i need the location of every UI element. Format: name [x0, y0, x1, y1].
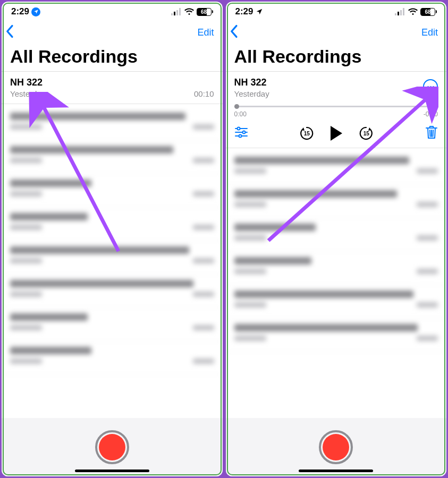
svg-rect-6 — [398, 12, 399, 15]
page-title: All Recordings — [2, 43, 223, 71]
wifi-icon — [408, 8, 418, 15]
svg-line-15 — [430, 130, 430, 136]
svg-rect-0 — [171, 13, 173, 15]
svg-point-10 — [237, 127, 240, 130]
recording-date: Yesterday — [234, 89, 269, 98]
svg-rect-7 — [400, 10, 402, 15]
elapsed-time: 0:00 — [234, 110, 247, 118]
location-icon — [31, 7, 40, 16]
wifi-icon — [184, 8, 194, 15]
playback-options-button[interactable] — [234, 126, 248, 140]
skip-forward-button[interactable]: 15 — [358, 125, 374, 141]
record-bar — [2, 418, 223, 476]
svg-rect-1 — [174, 12, 175, 15]
delete-button[interactable] — [425, 125, 438, 141]
record-bar — [226, 418, 447, 476]
svg-point-12 — [242, 131, 245, 134]
svg-line-17 — [433, 130, 434, 136]
status-time: 2:29 — [235, 6, 253, 17]
recording-expanded: NH 322 Yesterday 0:00 -0:10 — [226, 72, 447, 148]
phone-screenshot-left: 2:29 68 Edit All Reco — [2, 2, 223, 476]
recording-title: NH 322 — [234, 77, 269, 88]
recording-title: NH 322 — [10, 77, 214, 88]
nav-bar: Edit — [226, 22, 447, 43]
status-time: 2:29 — [11, 6, 29, 17]
location-icon — [256, 8, 263, 15]
cellular-icon — [171, 8, 182, 15]
nav-bar: Edit — [2, 22, 223, 43]
remaining-time: -0:10 — [424, 110, 438, 118]
svg-rect-3 — [179, 8, 181, 15]
svg-point-14 — [239, 135, 241, 138]
playback-scrubber[interactable]: 0:00 -0:10 — [234, 106, 438, 118]
recordings-list-blurred — [2, 104, 223, 418]
battery-icon: 68 — [420, 8, 437, 16]
back-button[interactable] — [5, 24, 15, 40]
cellular-icon — [395, 8, 405, 15]
svg-rect-2 — [176, 10, 178, 15]
recording-row[interactable]: NH 322 Yesterday 00:10 — [2, 72, 223, 104]
svg-rect-8 — [403, 8, 404, 15]
status-bar: 2:29 68 — [2, 2, 223, 22]
recording-date: Yesterday — [10, 89, 45, 98]
recording-duration: 00:10 — [194, 89, 214, 98]
edit-button[interactable]: Edit — [421, 27, 441, 38]
phone-screenshot-right: 2:29 68 Edit All Recordings — [226, 2, 447, 476]
home-indicator[interactable] — [75, 470, 149, 472]
recordings-list-blurred — [226, 148, 447, 418]
play-button[interactable] — [331, 126, 342, 141]
page-title: All Recordings — [226, 43, 447, 71]
battery-icon: 68 — [197, 8, 213, 16]
record-button[interactable] — [319, 430, 353, 464]
record-button[interactable] — [95, 430, 129, 464]
edit-button[interactable]: Edit — [197, 27, 217, 38]
status-bar: 2:29 68 — [226, 2, 447, 22]
more-options-button[interactable] — [423, 79, 438, 94]
svg-rect-5 — [395, 13, 396, 15]
back-button[interactable] — [229, 24, 240, 40]
skip-back-button[interactable]: 15 — [299, 125, 315, 141]
home-indicator[interactable] — [299, 470, 373, 472]
